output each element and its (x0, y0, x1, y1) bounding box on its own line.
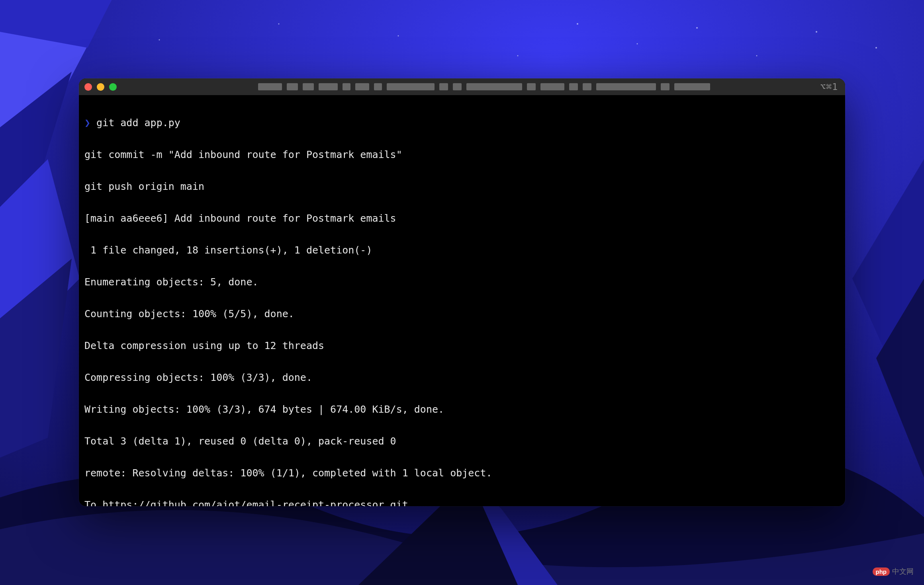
terminal-line: Delta compression using up to 12 threads (84, 338, 840, 354)
titlebar-title-obscured (258, 83, 793, 90)
terminal-output[interactable]: ❯ git add app.py git commit -m "Add inbo… (79, 95, 845, 506)
window-controls (84, 83, 117, 91)
terminal-window: ⌥⌘1 ❯ git add app.py git commit -m "Add … (79, 78, 845, 506)
terminal-line: [main aa6eee6] Add inbound route for Pos… (84, 211, 840, 226)
svg-point-8 (398, 35, 399, 37)
close-window-button[interactable] (84, 83, 92, 91)
watermark-badge: php (873, 567, 890, 576)
svg-point-10 (159, 39, 160, 41)
zoom-window-button[interactable] (109, 83, 117, 91)
watermark-text: 中文网 (892, 567, 914, 576)
terminal-line: git commit -m "Add inbound route for Pos… (84, 147, 840, 163)
svg-point-3 (696, 27, 698, 29)
svg-point-4 (756, 55, 758, 57)
terminal-line: git push origin main (84, 179, 840, 195)
svg-point-6 (875, 47, 877, 49)
window-titlebar[interactable]: ⌥⌘1 (79, 78, 845, 95)
svg-point-2 (637, 43, 638, 45)
site-watermark: php 中文网 (873, 567, 914, 576)
titlebar-shortcut-hint: ⌥⌘1 (820, 78, 838, 95)
terminal-line: Total 3 (delta 1), reused 0 (delta 0), p… (84, 433, 840, 449)
terminal-line: Enumerating objects: 5, done. (84, 274, 840, 290)
prompt-symbol: ❯ (84, 117, 90, 129)
svg-point-5 (816, 31, 817, 33)
terminal-line: 1 file changed, 18 insertions(+), 1 dele… (84, 242, 840, 258)
svg-point-1 (577, 23, 578, 25)
terminal-line: Counting objects: 100% (5/5), done. (84, 306, 840, 322)
terminal-line: git add app.py (90, 117, 180, 129)
svg-point-9 (278, 23, 280, 25)
svg-point-7 (517, 55, 519, 57)
minimize-window-button[interactable] (97, 83, 104, 91)
terminal-line: Compressing objects: 100% (3/3), done. (84, 370, 840, 386)
terminal-line: To https://github.com/ajot/email-receipt… (84, 497, 840, 506)
terminal-line: remote: Resolving deltas: 100% (1/1), co… (84, 465, 840, 481)
terminal-line: Writing objects: 100% (3/3), 674 bytes |… (84, 402, 840, 417)
